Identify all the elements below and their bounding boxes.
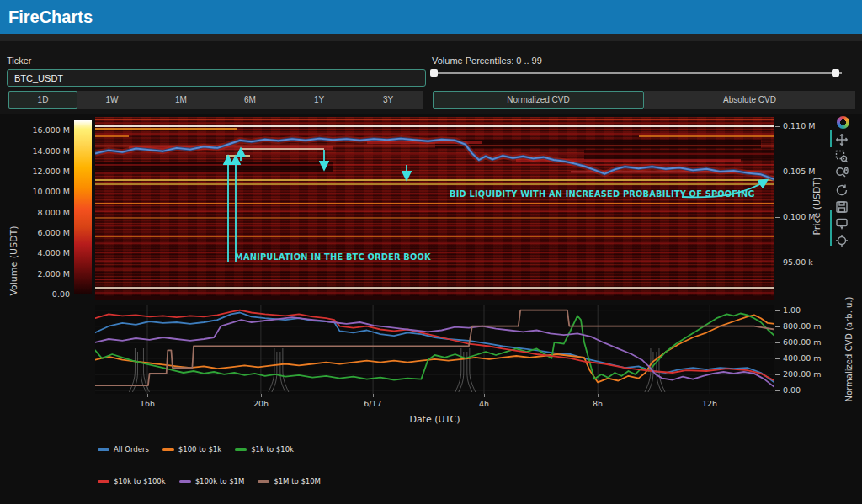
range-button-3y[interactable]: 3Y [354,91,423,109]
cvd-tick-mark [775,326,780,327]
legend-label: $10k to $100k [114,477,166,485]
volume-percentiles-label: Volume Percentiles: 0 .. 99 [432,56,542,66]
slider-handle-low[interactable] [430,69,438,77]
legend-item[interactable]: $1M to $10M [258,477,321,485]
date-tick-mark [710,394,710,397]
volume-tick-label: 16.000 M [2,125,70,135]
volume-colorbar [74,120,92,294]
date-tick-label: 8h [579,399,616,408]
cvd-series--100k-to-1m [95,317,774,387]
volume-tick-label: 10.000 M [2,187,70,196]
range-button-1y[interactable]: 1Y [285,91,354,109]
date-tick-mark [147,394,148,397]
legend-label: $1M to $10M [274,477,321,485]
range-button-group: 1D 1W 1M 6M 1Y 3Y [8,91,423,109]
header-bar: FireCharts [0,0,862,34]
cvd-chart[interactable] [95,305,774,394]
heatmap-annotation-text: BID LIQUIDITY WITH AN INCREASED PROBABIL… [450,189,755,199]
wheel-zoom-tool-icon[interactable] [835,166,854,180]
volume-axis-label: Volume (USDT) [8,225,19,295]
volume-percentile-slider[interactable] [430,69,842,77]
cvd-tick-label: 600.00 m [783,337,822,347]
date-tick-mark [484,394,485,397]
volume-tick-label: 14.000 M [2,146,70,156]
cvd-tick-mark [775,374,780,375]
cvd-axis-label: Normalized CVD (arb. u.) [844,297,854,402]
ticker-input[interactable] [7,69,426,87]
normalized-cvd-button[interactable]: Normalized CVD [433,91,644,109]
heatmap-annotation-text: MANIPULATION IN THE BTC ORDER BOOK [235,252,431,262]
range-button-1m[interactable]: 1M [146,91,216,109]
box-zoom-tool-icon[interactable] [835,149,854,163]
legend-swatch [98,480,109,483]
bokeh-logo-icon[interactable] [837,116,849,129]
legend-swatch [179,480,191,483]
date-tick-label: 20h [242,399,279,408]
hover-tool-icon[interactable] [835,216,854,231]
legend-item[interactable]: $10k to $100k [98,477,166,485]
legend-item[interactable]: All Orders [98,445,149,454]
cvd-tick-label: 400.00 m [783,353,822,363]
cvd-tick-label: 800.00 m [783,321,822,331]
legend-item[interactable]: $100k to $1M [179,477,245,485]
legend-swatch [235,448,247,451]
active-tool-bar-pan [830,130,832,147]
price-tick-mark [775,263,780,263]
legend-label: $100 to $1k [178,445,221,454]
date-tick-label: 4h [466,399,503,408]
ticker-label: Ticker [7,56,32,66]
price-tick-label: 0.105 M [783,167,815,176]
price-tick-mark [775,172,780,172]
active-tool-bar-inspect [830,210,832,246]
cvd-tick-mark [775,358,780,359]
pan-tool-icon[interactable] [835,132,854,146]
range-button-1d[interactable]: 1D [8,91,77,109]
firecharts-app: FireCharts Ticker Volume Percentiles: 0 … [0,0,862,504]
heatmap-bottom-strip [95,296,774,300]
legend-swatch [162,448,174,451]
legend-label: $1k to $10k [251,445,294,454]
range-button-1w[interactable]: 1W [77,91,146,109]
cvd-chart-svg [95,305,774,394]
reset-tool-icon[interactable] [835,183,854,197]
header-sub-strip [0,34,862,41]
cvd-tick-label: 1.00 [783,305,801,315]
price-axis-label: Price (USDT) [811,177,822,235]
legend-label: All Orders [114,445,149,454]
legend-item[interactable]: $100 to $1k [162,445,221,454]
legend-row-2: $10k to $100k$100k to $1M$1M to $10M [98,477,321,485]
legend-row-1: All Orders$100 to $1k$1k to $10k [98,445,294,454]
cvd-mode-group: Normalized CVD Absolute CVD [433,91,855,109]
legend-swatch [258,480,269,483]
legend-swatch [98,448,109,451]
absolute-cvd-button[interactable]: Absolute CVD [644,91,855,109]
cvd-tick-mark [775,390,780,391]
heatmap-overlay-svg: BID LIQUIDITY WITH AN INCREASED PROBABIL… [95,117,774,296]
date-tick-label: 12h [691,399,728,408]
price-tick-label: 0.110 M [783,121,815,130]
crosshair-tool-icon[interactable] [835,233,854,247]
cvd-tick-label: 200.00 m [783,369,822,379]
volume-tick-label: 8.000 M [2,208,70,217]
cvd-tick-mark [775,342,780,343]
price-tick-mark [775,217,780,218]
price-tick-mark [775,126,780,127]
save-tool-icon[interactable] [835,199,854,214]
orderbook-heatmap[interactable]: BID LIQUIDITY WITH AN INCREASED PROBABIL… [95,117,774,296]
legend-item[interactable]: $1k to $10k [235,445,294,454]
price-tick-label: 95.00 k [783,257,813,267]
date-tick-mark [261,394,262,397]
x-axis-label: Date (UTC) [95,414,774,425]
volume-tick-label: 12.000 M [2,167,70,176]
cvd-tick-label: 0.00 [783,385,801,395]
date-tick-label: 16h [129,399,166,408]
date-tick-label: 6/17 [354,399,391,408]
date-tick-mark [373,394,374,397]
date-tick-mark [598,394,599,397]
slider-handle-high[interactable] [832,69,839,77]
range-button-6m[interactable]: 6M [216,91,285,109]
legend-label: $100k to $1M [195,477,245,485]
slider-track[interactable] [430,72,842,74]
plot-toolbar [832,116,857,250]
session-marker [269,348,289,392]
